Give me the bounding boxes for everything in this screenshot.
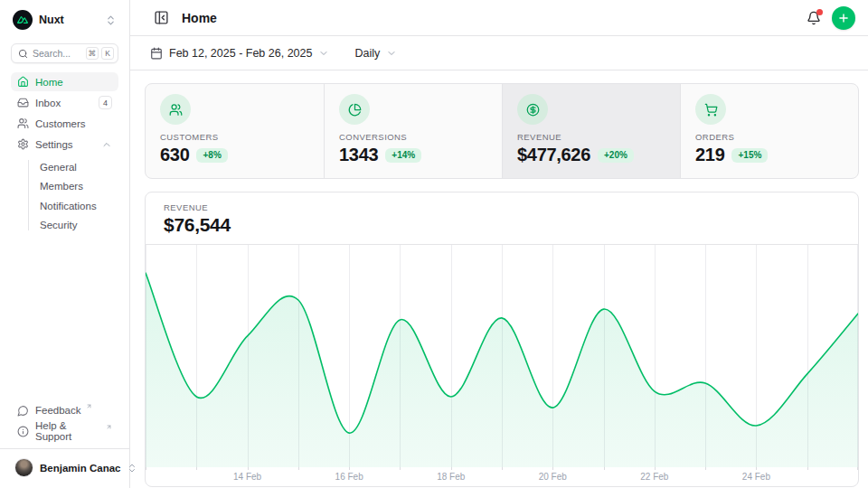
search-input[interactable]: Search... ⌘ K bbox=[11, 43, 118, 63]
feedback-label: Feedback bbox=[35, 405, 81, 416]
plus-icon bbox=[837, 12, 850, 24]
sidebar-item-inbox[interactable]: Inbox 4 bbox=[11, 93, 118, 112]
feedback-link[interactable]: Feedback bbox=[11, 400, 118, 420]
sidebar-item-label: Customers bbox=[35, 118, 86, 129]
chart-kicker-label: REVENUE bbox=[164, 202, 840, 212]
calendar-icon bbox=[150, 47, 163, 60]
date-range-button[interactable]: Feb 12, 2025 - Feb 26, 2025 bbox=[150, 47, 329, 60]
x-axis-label: 20 Feb bbox=[539, 472, 567, 482]
sidebar-item-general[interactable]: General bbox=[11, 157, 118, 177]
axis-tick bbox=[298, 467, 299, 470]
chart-total-value: $76,544 bbox=[164, 214, 840, 236]
users-icon bbox=[160, 94, 191, 125]
users-icon bbox=[17, 117, 29, 129]
kbd-k: K bbox=[101, 47, 114, 60]
area-chart bbox=[146, 245, 858, 467]
sidebar-item-label: Home bbox=[35, 77, 63, 88]
circle-dollar-icon bbox=[517, 94, 548, 125]
x-axis-label: 22 Feb bbox=[640, 472, 668, 482]
main-area: Home Feb 12, 2 bbox=[130, 0, 868, 488]
axis-tick bbox=[248, 467, 249, 470]
stat-card-revenue[interactable]: REVENUE $477,626 +20% bbox=[502, 84, 680, 178]
chevrons-up-down-icon bbox=[105, 14, 117, 26]
search-placeholder: Search... bbox=[33, 48, 81, 59]
stats-row: CUSTOMERS 630 +8% CONVERSIONS 1343 +14% bbox=[145, 83, 859, 179]
stat-card-customers[interactable]: CUSTOMERS 630 +8% bbox=[146, 84, 324, 178]
axis-tick bbox=[502, 467, 503, 470]
stat-delta-badge: +20% bbox=[598, 148, 634, 163]
date-range-label: Feb 12, 2025 - Feb 26, 2025 bbox=[169, 47, 312, 60]
stat-value: 1343 bbox=[339, 145, 378, 165]
notification-dot bbox=[816, 9, 823, 15]
axis-tick bbox=[756, 467, 757, 470]
notifications-button[interactable] bbox=[807, 11, 821, 25]
stat-label: ORDERS bbox=[695, 132, 844, 142]
search-shortcut: ⌘ K bbox=[86, 47, 115, 60]
axis-tick bbox=[196, 467, 197, 470]
chart-header: REVENUE $76,544 bbox=[146, 192, 858, 245]
sidebar-item-members[interactable]: Members bbox=[11, 177, 118, 197]
axis-tick bbox=[655, 467, 656, 470]
x-axis-label: 18 Feb bbox=[437, 472, 465, 482]
inbox-icon bbox=[17, 97, 29, 108]
cart-icon bbox=[695, 94, 726, 125]
sidebar-item-label: Settings bbox=[35, 139, 73, 150]
message-circle-icon bbox=[17, 405, 29, 417]
user-name: Benjamin Canac bbox=[40, 463, 120, 474]
sidebar-footer: Feedback Help & Support Benjamin Canac bbox=[11, 400, 118, 479]
sidebar-nav: Home Inbox 4 Customers Settings bbox=[11, 72, 118, 235]
user-menu[interactable]: Benjamin Canac bbox=[11, 450, 118, 479]
sidebar: Nuxt Search... ⌘ K Home bbox=[0, 0, 130, 488]
sidebar-item-security[interactable]: Security bbox=[11, 216, 118, 236]
header-actions bbox=[807, 6, 855, 30]
nuxt-logo-icon bbox=[13, 10, 33, 30]
stat-delta-badge: +15% bbox=[731, 148, 768, 163]
sidebar-item-settings[interactable]: Settings bbox=[11, 135, 118, 154]
panel-left-close-icon bbox=[154, 10, 169, 25]
workspace-switcher[interactable]: Nuxt bbox=[13, 9, 117, 31]
page-title: Home bbox=[182, 11, 217, 25]
axis-tick bbox=[552, 467, 553, 470]
axis-tick bbox=[451, 467, 452, 470]
sidebar-item-customers[interactable]: Customers bbox=[11, 114, 118, 133]
add-button[interactable] bbox=[832, 6, 855, 30]
axis-tick bbox=[807, 467, 808, 470]
info-circle-icon bbox=[17, 426, 29, 437]
x-axis-label: 14 Feb bbox=[233, 472, 261, 482]
axis-tick bbox=[349, 467, 350, 470]
granularity-select[interactable]: Daily bbox=[354, 47, 397, 60]
axis-tick bbox=[146, 467, 146, 470]
chevron-down-icon bbox=[386, 48, 397, 59]
revenue-plot[interactable] bbox=[146, 245, 858, 467]
stat-card-orders[interactable]: ORDERS 219 +15% bbox=[680, 84, 858, 178]
home-icon bbox=[17, 76, 29, 88]
stat-delta-badge: +8% bbox=[196, 148, 227, 163]
divider bbox=[0, 448, 129, 449]
app-window: Nuxt Search... ⌘ K Home bbox=[0, 0, 868, 488]
revenue-chart-card: REVENUE $76,544 14 Feb16 Feb18 Feb20 Feb… bbox=[145, 192, 859, 487]
filters-toolbar: Feb 12, 2025 - Feb 26, 2025 Daily bbox=[130, 36, 868, 70]
chevron-up-icon bbox=[101, 139, 112, 150]
stat-card-conversions[interactable]: CONVERSIONS 1343 +14% bbox=[324, 84, 502, 178]
stat-value: $477,626 bbox=[517, 145, 590, 165]
sidebar-item-notifications[interactable]: Notifications bbox=[11, 196, 118, 216]
avatar bbox=[14, 458, 33, 477]
sidebar-item-home[interactable]: Home bbox=[11, 72, 118, 91]
granularity-label: Daily bbox=[354, 47, 380, 60]
settings-sub-list: General Members Notifications Security bbox=[11, 157, 118, 235]
external-link-icon bbox=[106, 424, 112, 430]
search-icon bbox=[18, 49, 28, 59]
axis-tick bbox=[604, 467, 605, 470]
sidebar-item-label: Inbox bbox=[35, 98, 61, 108]
axis-tick bbox=[705, 467, 706, 470]
stat-delta-badge: +14% bbox=[385, 148, 421, 163]
chevron-down-icon bbox=[318, 48, 329, 59]
stat-label: CUSTOMERS bbox=[160, 132, 309, 142]
help-support-link[interactable]: Help & Support bbox=[11, 421, 118, 441]
collapse-sidebar-button[interactable] bbox=[150, 6, 173, 29]
stat-value: 219 bbox=[695, 145, 724, 165]
help-support-label: Help & Support bbox=[35, 420, 101, 442]
kbd-cmd: ⌘ bbox=[86, 47, 99, 60]
chart-x-axis: 14 Feb16 Feb18 Feb20 Feb22 Feb24 Feb bbox=[146, 467, 858, 486]
tree-guide-line bbox=[28, 160, 29, 230]
